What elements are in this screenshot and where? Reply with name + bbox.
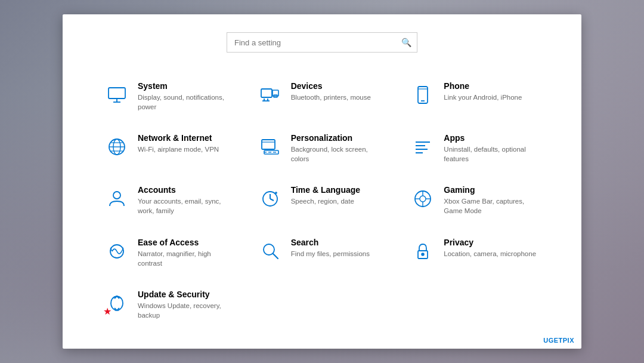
update-star-badge: ★	[103, 306, 112, 317]
privacy-icon	[410, 239, 435, 264]
settings-window: 🔍 System Display, sound, notifications, …	[63, 14, 581, 349]
svg-rect-0	[109, 88, 125, 99]
privacy-desc: Location, camera, microphone	[444, 249, 536, 259]
phone-desc: Link your Android, iPhone	[444, 93, 522, 102]
setting-system[interactable]: System Display, sound, notifications, po…	[92, 70, 246, 122]
ease-title: Ease of Access	[138, 238, 234, 247]
devices-icon	[258, 82, 283, 107]
apps-desc: Uninstall, defaults, optional features	[444, 144, 540, 164]
accounts-title: Accounts	[138, 185, 234, 195]
setting-apps[interactable]: Apps Uninstall, defaults, optional featu…	[398, 122, 552, 174]
accounts-icon	[104, 186, 129, 211]
setting-time[interactable]: Time & Language Speech, region, date	[246, 174, 399, 226]
system-desc: Display, sound, notifications, power	[138, 93, 234, 112]
devices-title: Devices	[291, 81, 371, 91]
svg-line-41	[273, 254, 278, 259]
network-icon	[104, 134, 129, 159]
update-title: Update & Security	[138, 290, 234, 299]
setting-network[interactable]: Network & Internet Wi-Fi, airplane mode,…	[92, 122, 246, 174]
setting-search[interactable]: Search Find my files, permissions	[246, 227, 399, 279]
svg-point-32	[420, 196, 426, 202]
network-title: Network & Internet	[138, 133, 219, 143]
personalization-desc: Background, lock screen, colors	[291, 144, 387, 164]
svg-line-30	[270, 199, 274, 201]
svg-point-43	[422, 253, 424, 256]
svg-rect-3	[261, 89, 272, 97]
search-container: 🔍	[227, 32, 417, 53]
system-title: System	[138, 81, 234, 91]
system-icon	[104, 82, 129, 107]
time-icon	[258, 186, 283, 211]
settings-grid: System Display, sound, notifications, po…	[92, 70, 552, 331]
gaming-title: Gaming	[444, 185, 540, 195]
gaming-desc: Xbox Game Bar, captures, Game Mode	[444, 196, 540, 216]
privacy-title: Privacy	[444, 238, 536, 247]
phone-title: Phone	[444, 81, 522, 91]
apps-title: Apps	[444, 133, 540, 143]
setting-privacy[interactable]: Privacy Location, camera, microphone	[398, 227, 552, 279]
setting-gaming[interactable]: Gaming Xbox Game Bar, captures, Game Mod…	[398, 174, 552, 226]
setting-devices[interactable]: Devices Bluetooth, printers, mouse	[246, 70, 399, 122]
apps-icon	[410, 134, 435, 159]
setting-phone[interactable]: Phone Link your Android, iPhone	[398, 70, 552, 122]
search-setting-title: Search	[291, 238, 370, 247]
search-input[interactable]	[227, 32, 417, 53]
setting-accounts[interactable]: Accounts Your accounts, email, sync, wor…	[92, 174, 246, 226]
watermark: UGETPIX	[543, 337, 574, 344]
update-desc: Windows Update, recovery, backup	[138, 301, 234, 320]
update-icon: ★	[104, 291, 129, 316]
accounts-desc: Your accounts, email, sync, work, family	[138, 196, 234, 216]
search-setting-icon	[258, 239, 283, 264]
network-desc: Wi-Fi, airplane mode, VPN	[138, 144, 219, 154]
personalization-icon	[258, 134, 283, 159]
time-desc: Speech, region, date	[291, 196, 360, 206]
ease-icon	[104, 239, 129, 264]
setting-update[interactable]: ★ Update & Security Windows Update, reco…	[92, 279, 246, 331]
gaming-icon	[410, 186, 435, 211]
svg-point-27	[113, 192, 120, 199]
search-setting-desc: Find my files, permissions	[291, 249, 370, 259]
time-title: Time & Language	[291, 185, 360, 195]
svg-rect-17	[262, 140, 275, 149]
personalization-title: Personalization	[291, 133, 387, 143]
ease-desc: Narrator, magnifier, high contrast	[138, 249, 234, 268]
devices-desc: Bluetooth, printers, mouse	[291, 93, 371, 102]
search-icon: 🔍	[401, 38, 411, 47]
phone-icon	[410, 82, 435, 107]
setting-personalization[interactable]: Personalization Background, lock screen,…	[246, 122, 399, 174]
setting-ease[interactable]: Ease of Access Narrator, magnifier, high…	[92, 227, 246, 279]
